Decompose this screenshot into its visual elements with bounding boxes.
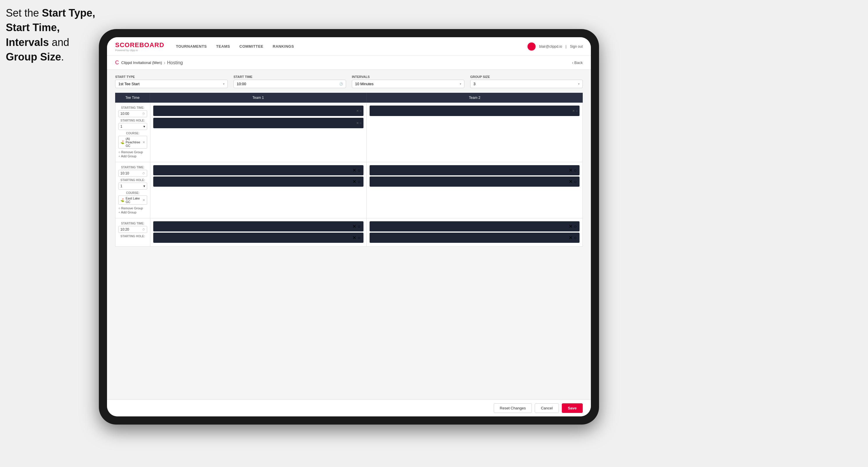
tee-time-col-3: STARTING TIME: 10:20 ⏱ STARTING HOLE: — [116, 218, 150, 246]
team1-close-2a[interactable]: ✕ ○ — [352, 167, 360, 173]
start-type-value: 1st Tee Start — [118, 82, 140, 86]
nav-committee[interactable]: COMMITTEE — [239, 43, 264, 50]
team1-slot-2a[interactable]: ✕ ○ — [153, 165, 364, 175]
starting-time-label-2: STARTING TIME: — [118, 166, 147, 169]
tee-sheet-table: Tee Time Team 1 Team 2 STARTING TIME: 10… — [115, 93, 583, 247]
top-nav: SCOREBOARD Powered by clipp.io TOURNAMEN… — [107, 37, 591, 56]
instruction-group-size: Group Size. — [6, 51, 64, 63]
nav-tournaments[interactable]: TOURNAMENTS — [176, 43, 207, 50]
start-time-icon: 🕐 — [339, 82, 343, 86]
th-team1: Team 1 — [150, 93, 367, 103]
start-time-select[interactable]: 10:00 🕐 — [234, 80, 346, 88]
reset-button[interactable]: Reset Changes — [494, 403, 532, 413]
starting-hole-select-2[interactable]: 1 ▾ — [118, 183, 147, 190]
remove-group-1[interactable]: Remove Group — [118, 150, 147, 154]
team2-col-3: ✕ ○ ✕ ○ — [367, 218, 583, 246]
team2-slot-1a[interactable]: ✕ ○ — [370, 105, 580, 116]
team2-slot-2a[interactable]: ✕ ○ — [370, 165, 580, 175]
tee-time-col-1: STARTING TIME: 10:00 ⏱ STARTING HOLE: 1 … — [116, 103, 150, 162]
team1-close-1a[interactable]: ✕ ○ — [356, 109, 362, 113]
tee-section-1: STARTING TIME: 10:00 ⏱ STARTING HOLE: 1 … — [115, 103, 583, 162]
remove-group-2[interactable]: Remove Group — [118, 207, 147, 210]
start-type-select[interactable]: 1st Tee Start ▾ — [115, 80, 228, 88]
course-label-2: COURSE: — [118, 191, 147, 194]
instruction-line1: Set the Start Type, — [6, 7, 95, 19]
team1-slot-3a[interactable]: ✕ ○ — [153, 221, 364, 231]
team1-slot-1b[interactable]: ✕ ○ — [153, 118, 364, 128]
instruction-start-time: Start Time, — [6, 22, 60, 33]
intervals-label: Intervals — [352, 75, 464, 79]
team1-slot-3b[interactable]: ✕ ○ — [153, 232, 364, 243]
course-remove-1[interactable]: ✕ — [143, 141, 145, 144]
team1-close-2b[interactable]: ✕ ○ — [352, 179, 360, 184]
start-type-chevron: ▾ — [223, 82, 224, 86]
nav-teams[interactable]: TEAMS — [216, 43, 230, 50]
controls-row: Start Type 1st Tee Start ▾ Start Time 10… — [115, 75, 583, 88]
intervals-value: 10 Minutes — [355, 82, 374, 86]
team1-close-1b[interactable]: ✕ ○ — [356, 121, 362, 125]
tournament-icon: C — [115, 60, 119, 66]
th-team2: Team 2 — [367, 93, 583, 103]
tee-section-2: STARTING TIME: 10:10 ⏱ STARTING HOLE: 1 … — [115, 162, 583, 218]
team2-slot-3b[interactable]: ✕ ○ — [370, 232, 580, 243]
starting-time-input-2[interactable]: 10:10 ⏱ — [118, 170, 147, 177]
starting-hole-label-2: STARTING HOLE: — [118, 179, 147, 182]
team1-close-3b[interactable]: ✕ ○ — [352, 235, 360, 241]
tournament-name[interactable]: Clippd Invitational (Men) — [121, 61, 162, 65]
team2-slot-2b[interactable]: ✕ ○ — [370, 177, 580, 187]
team1-slot-2b[interactable]: ✕ ○ — [153, 177, 364, 187]
team1-slot-1a[interactable]: ✕ ○ — [153, 105, 364, 116]
back-button[interactable]: Back — [572, 61, 583, 65]
team2-close-3b[interactable]: ✕ ○ — [569, 235, 577, 241]
action-row: Reset Changes Cancel Save — [107, 400, 591, 416]
nav-rankings[interactable]: RANKINGS — [273, 43, 294, 50]
starting-hole-label-3: STARTING HOLE: — [118, 235, 147, 238]
clock-icon-3: ⏱ — [142, 228, 145, 231]
group-size-value: 3 — [473, 82, 475, 86]
course-label-1: COURSE: — [118, 132, 147, 135]
team2-close-1a[interactable]: ✕ ○ — [572, 109, 578, 113]
start-time-group: Start Time 10:00 🕐 — [234, 75, 346, 88]
group-size-select[interactable]: 3 ▾ — [470, 80, 583, 88]
starting-time-input-3[interactable]: 10:20 ⏱ — [118, 226, 147, 233]
course-remove-2[interactable]: ✕ — [143, 198, 145, 202]
separator: | — [565, 44, 566, 49]
add-group-1[interactable]: Add Group — [118, 154, 147, 158]
course-tag-1[interactable]: ⛳ (A) Peachtree GC ✕ — [118, 136, 147, 149]
group-actions-2: Remove Group Add Group — [118, 207, 147, 214]
breadcrumb-separator: › — [164, 60, 165, 65]
team2-close-2b[interactable]: ✕ ○ — [569, 179, 577, 184]
course-tag-2[interactable]: ⛳ East Lake GC ✕ — [118, 195, 147, 205]
team1-col-3: ✕ ○ ✕ ○ — [150, 218, 367, 246]
main-content: Start Type 1st Tee Start ▾ Start Time 10… — [107, 70, 591, 400]
group-size-label: Group Size — [470, 75, 583, 79]
starting-hole-select-1[interactable]: 1 ▾ — [118, 123, 147, 130]
add-group-2[interactable]: Add Group — [118, 211, 147, 214]
course-icon-1: ⛳ — [120, 141, 124, 144]
team1-col-1: ✕ ○ ✕ ○ — [150, 103, 367, 162]
team2-close-2a[interactable]: ✕ ○ — [569, 167, 577, 173]
sign-out-link[interactable]: Sign out — [570, 44, 583, 49]
user-email: blair@clippd.io — [539, 44, 562, 49]
team2-close-3a[interactable]: ✕ ○ — [569, 224, 577, 229]
team1-close-3a[interactable]: ✕ ○ — [352, 224, 360, 229]
team2-slot-3a[interactable]: ✕ ○ — [370, 221, 580, 231]
cancel-button[interactable]: Cancel — [535, 403, 559, 413]
starting-time-input-1[interactable]: 10:00 ⏱ — [118, 110, 147, 117]
breadcrumb-current: Hosting — [167, 60, 183, 65]
team2-col-1: ✕ ○ — [367, 103, 583, 162]
save-button[interactable]: Save — [562, 403, 583, 413]
nav-links: TOURNAMENTS TEAMS COMMITTEE RANKINGS — [176, 43, 527, 50]
course-name-2: East Lake GC — [126, 196, 141, 204]
clock-icon-2: ⏱ — [142, 172, 145, 175]
start-time-value: 10:00 — [237, 82, 246, 86]
team1-col-2: ✕ ○ ✕ ○ — [150, 162, 367, 218]
course-icon-2: ⛳ — [120, 198, 124, 202]
tee-time-col-2: STARTING TIME: 10:10 ⏱ STARTING HOLE: 1 … — [116, 162, 150, 218]
clock-icon-1: ⏱ — [142, 112, 145, 116]
team2-col-2: ✕ ○ ✕ ○ — [367, 162, 583, 218]
hole-chevron-1: ▾ — [143, 124, 145, 128]
starting-time-label-3: STARTING TIME: — [118, 222, 147, 225]
tee-section-3: STARTING TIME: 10:20 ⏱ STARTING HOLE: ✕ … — [115, 218, 583, 247]
intervals-select[interactable]: 10 Minutes ▾ — [352, 80, 464, 88]
